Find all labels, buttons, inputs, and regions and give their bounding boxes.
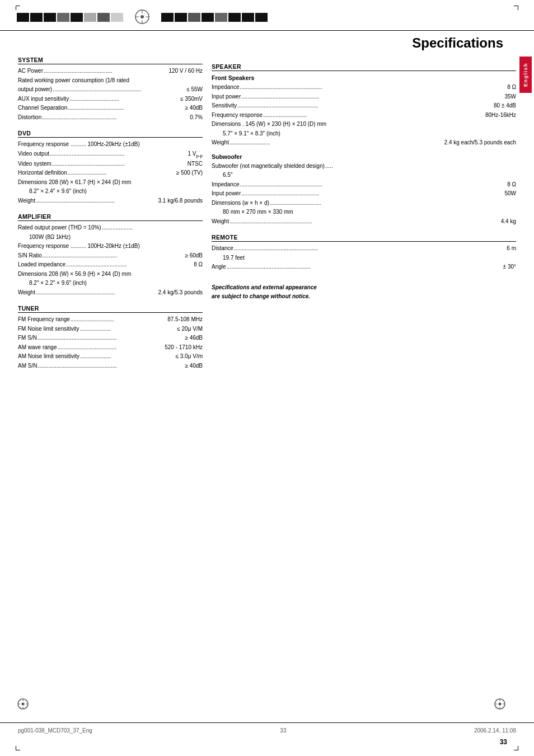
footer-center: 33 [280,727,286,734]
left-column: SYSTEM AC Power ........................… [18,57,203,370]
spec-row: Impedance ..............................… [212,180,516,190]
spec-label: Frequency response .......... 100Hz-20kH… [18,140,140,149]
spec-label: Video system [18,159,51,169]
english-tab: English [519,57,532,93]
corner-mark-bl [16,746,20,750]
deco-block [242,13,254,22]
spec-label: Weight [212,217,229,227]
spec-dots: .................... [79,325,177,334]
spec-row: Frequency response .....................… [212,111,516,120]
spec-row: Rated output power (THD = 10%) .........… [18,223,203,233]
deco-block [111,13,123,22]
spec-value: ≤ 3.0μ V/m [176,352,203,361]
spec-indent: 100W (8Ω 1kHz) [18,233,71,242]
page-number-area: 33 [500,738,507,746]
spec-label: FM S/N [18,334,37,343]
spec-dots: ........................................… [229,217,501,227]
spec-value: ≥ 46dB [185,334,203,343]
svg-point-7 [22,703,25,706]
system-specs: AC Power ...............................… [18,67,203,122]
spec-label: Weight [18,288,35,298]
spec-label: AM S/N [18,361,37,371]
spec-label: Frequency response .......... 100Hz-20kH… [18,242,140,251]
deco-block [175,13,187,22]
spec-label: Channel Separation [18,104,67,113]
deco-block [57,13,69,22]
spec-value: 50W [504,189,516,199]
deco-block [215,13,227,22]
deco-block [17,13,29,22]
spec-indent: 5.7″ × 9.1″ × 8.3″ (inch) [212,129,280,139]
footer-right: 2006.2.14, 11:08 [474,727,516,734]
spec-label: Rated output power (THD = 10%) [18,223,101,233]
spec-value: ≥ 40dB [185,361,203,371]
spec-value: 35W [504,92,516,102]
spec-value: 0.7% [190,113,203,123]
spec-dots: ....................................... [65,260,194,270]
spec-indent: 80 mm × 270 mm × 330 mm [212,208,293,217]
spec-value: ≤ 350mV [180,95,203,104]
spec-row: S/N Ratio ..............................… [18,251,203,261]
deco-block [44,13,56,22]
spec-row: Video output ...........................… [18,149,203,159]
spec-label: Dimensions . 145 (W) × 230 (H) × 210 (D)… [212,120,326,129]
spec-value: 520 - 1710 kHz [165,343,203,353]
spec-label: Dimensions (w × h × d) [212,199,269,208]
spec-label: Input power [212,189,241,199]
spec-value: NTSC [188,159,203,169]
spec-dots: ........................................… [35,196,158,206]
deco-block [30,13,43,22]
top-deco-left [17,13,123,22]
spec-dots: ........................................… [43,67,168,76]
spec-value: 2.4 kg/5.3 pounds [158,288,203,298]
spec-value: 8 Ω [507,180,516,190]
spec-value: 87.5-108 MHz [167,315,203,325]
spec-row: AC Power ...............................… [18,67,203,76]
spec-value: 6 m [507,244,516,253]
spec-row: FM S/N .................................… [18,334,203,343]
spec-dots: ......................... [67,168,176,178]
spec-value: 4.4 kg [501,217,516,227]
deco-block [255,13,268,22]
footer-left: pg001-038_MCD703_37_Eng [18,727,92,734]
spec-indent: 8.2″ × 2.4″ × 9.6″ (inch) [18,187,87,196]
amplifier-specs: Rated output power (THD = 10%) .........… [18,223,203,297]
bottom-compass-right [494,698,506,711]
corner-mark-tl [16,6,20,10]
spec-label: Rated working power consumption (1/8 rat… [18,76,129,86]
spec-dots: ........................................… [233,244,507,253]
spec-value: ≤ 20μ V/M [177,325,203,334]
spec-value: ± 30° [503,262,516,272]
subwoofer-specs: Subwoofer (not magnetically shielded des… [212,162,516,227]
spec-label: AM wave range [18,343,57,353]
spec-row: Dimensions 208 (W) × 56.9 (H) × 244 (D) … [18,270,203,279]
spec-value: 8 Ω [194,260,203,270]
corner-mark-tr [514,6,518,10]
spec-dots: ........................................… [241,189,504,199]
spec-indent: 8.2″ × 2.2″ × 9.6″ (inch) [18,279,87,288]
speaker-section-title: SPEAKER [212,63,516,71]
deco-block [71,13,83,22]
deco-block [188,13,200,22]
spec-label: AM Noise limit sensitivity [18,352,79,361]
spec-value: ≤ 55W [186,85,203,95]
front-speakers-subtitle: Front Speakers [212,74,516,81]
spec-label: Impedance [212,180,239,190]
spec-value: ≥ 60dB [185,251,203,261]
amplifier-section-title: AMPLIFIER [18,213,203,221]
spec-row: FM Frequency range .....................… [18,315,203,325]
compass-icon-left [17,698,29,710]
spec-row: 8.2″ × 2.2″ × 9.6″ (inch) [18,279,203,288]
spec-row: Sensitivity ............................… [212,101,516,111]
compass-icon-right [494,698,506,710]
spec-label: FM Frequency range [18,315,70,325]
spec-row: AM Noise limit sensitivity .............… [18,352,203,361]
spec-row: AM wave range ..........................… [18,343,203,353]
spec-dots: ..... [325,162,516,171]
page-title-area: Specifications [0,31,534,54]
spec-row: Weight .......................... 2.4 kg… [212,138,516,148]
spec-value: ≥ 500 (TV) [176,168,203,178]
spec-label: Impedance [212,83,239,92]
spec-label: Distance [212,244,233,253]
spec-indent: 6.5″ [212,171,232,180]
